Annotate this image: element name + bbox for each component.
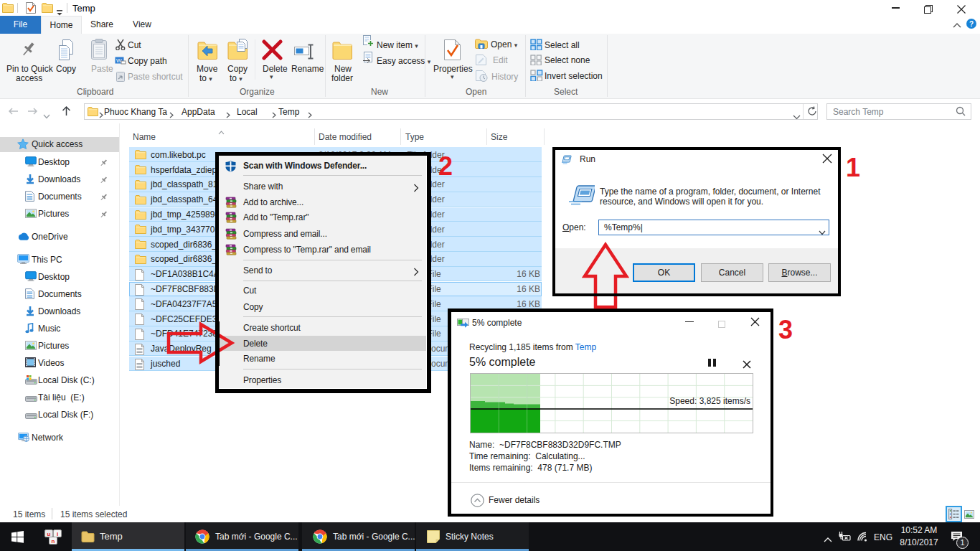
svg-text:u: u — [47, 531, 51, 537]
svg-text:i: i — [57, 531, 58, 537]
svg-text:?: ? — [969, 20, 974, 28]
svg-text:n: n — [52, 538, 55, 545]
